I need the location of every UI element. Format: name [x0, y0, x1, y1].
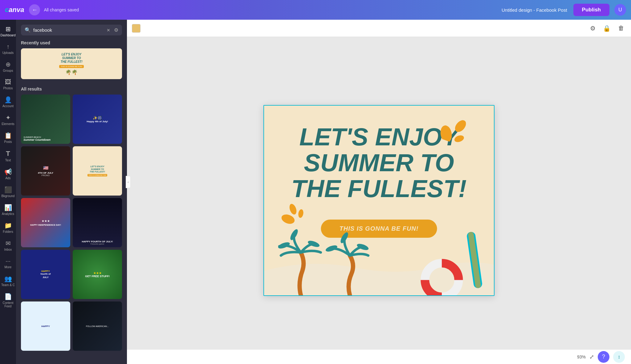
more-label: More	[5, 265, 12, 269]
template-card-4july[interactable]: ✨🎆 Happy 4th of July!	[73, 95, 122, 144]
sidebar-item-analytics[interactable]: 📊 Analytics	[0, 201, 16, 219]
all-results-label: All results	[16, 82, 127, 95]
headline-line3: THE FULLEST!	[274, 176, 484, 202]
canvas-decorations	[264, 228, 494, 295]
svg-point-9	[325, 244, 338, 253]
back-button[interactable]: ←	[29, 4, 40, 15]
template-summer2-sub: THIS IS GONNA BE FUN!	[88, 174, 107, 176]
color-swatch[interactable]	[132, 24, 140, 33]
canvas-content: LET'S ENJOY SUMMER TO THE FULLEST! THIS …	[127, 37, 631, 364]
svg-point-0	[439, 124, 453, 143]
filter-toolbar-icon[interactable]: ⚙	[588, 23, 597, 34]
sidebar-item-folders[interactable]: 📁 Folders	[0, 219, 16, 237]
sidebar-item-content[interactable]: 📄 Content Feed	[0, 290, 16, 311]
template-card-summer1[interactable]: LET'S ENJOYSUMMER TOTHE FULLEST! THIS IS…	[21, 48, 122, 79]
elements-icon: ✦	[6, 114, 11, 121]
expand-icon[interactable]: ⤢	[589, 354, 594, 360]
svg-point-8	[307, 240, 320, 249]
svg-point-6	[277, 241, 291, 250]
trash-toolbar-icon[interactable]: 🗑	[616, 23, 626, 34]
photos-label: Photos	[3, 87, 13, 90]
template-summer2-headline: LET'S ENJOYSUMMER TOTHE FULLEST!	[90, 165, 105, 173]
sidebar-item-ads[interactable]: 📢 Ads	[0, 165, 16, 183]
sidebar-item-elements[interactable]: ✦ Elements	[0, 111, 16, 129]
sidebar-item-uploads[interactable]: ↑ Uploads	[0, 40, 16, 58]
sidebar-item-groups[interactable]: ⊕ Groups	[0, 58, 16, 75]
text-icon: T	[6, 150, 10, 158]
ads-label: Ads	[5, 176, 10, 180]
left-nav: ⊞ Dashboard ↑ Uploads ⊕ Groups 🖼 Photos …	[0, 20, 16, 364]
canvas-area: ⚙ 🔒 🗑 LET'S ENJOY SUMMER TO THE FULLEST!…	[127, 20, 631, 364]
template-4july-sparks: ✨🎆	[93, 116, 102, 120]
svg-point-3	[280, 213, 296, 225]
analytics-label: Analytics	[2, 212, 14, 216]
inbox-label: Inbox	[4, 248, 12, 251]
text-label: Text	[5, 159, 11, 162]
ads-icon: 📢	[4, 168, 12, 176]
sidebar-item-team[interactable]: 👥 Team & C	[0, 272, 16, 290]
recently-used-section: LET'S ENJOYSUMMER TOTHE FULLEST! THIS IS…	[16, 48, 127, 82]
sidebar-item-posts[interactable]: 📋 Posts	[0, 129, 16, 147]
publish-button[interactable]: Publish	[573, 4, 609, 16]
team-icon: 👥	[4, 275, 12, 282]
template-card-promo[interactable]: 🇺🇸 4TH OF JULY PROMO	[21, 146, 70, 196]
template-getfree-title: GET FREE STUFF!	[85, 275, 110, 278]
design-title: Untitled design - Facebook Post	[502, 7, 567, 13]
sidebar-item-more[interactable]: ··· More	[0, 254, 16, 272]
folders-label: Folders	[3, 230, 13, 233]
posts-icon: 📋	[4, 132, 12, 139]
template-card-hapfourth[interactable]: HAPPY fourth ofJULY	[21, 250, 70, 299]
template-promo-title: 4TH OF JULY	[38, 172, 53, 174]
groups-icon: ⊕	[6, 61, 11, 68]
template-card-dark[interactable]: FOLLOW AMERICAN...	[73, 301, 122, 351]
avatar[interactable]: U	[614, 4, 626, 16]
zoom-level: 93%	[577, 354, 586, 359]
template-grid: SUMMER BEACH Summer Countdown ✨🎆 Happy 4…	[16, 95, 127, 351]
search-input-wrap[interactable]: 🔍 ✕ ⚙	[21, 25, 122, 35]
headline-line2: SUMMER TO	[274, 150, 484, 176]
scroll-button[interactable]: ↕	[613, 351, 625, 363]
sidebar-item-photos[interactable]: 🖼 Photos	[0, 75, 16, 93]
design-canvas[interactable]: LET'S ENJOY SUMMER TO THE FULLEST! THIS …	[263, 105, 495, 296]
template-card-getfree[interactable]: ★★★ GET FREE STUFF!	[73, 250, 122, 299]
template-card-happy2[interactable]: HAPPY	[21, 301, 70, 351]
groups-label: Groups	[3, 69, 13, 72]
account-label: Account	[2, 104, 14, 108]
account-icon: 👤	[4, 96, 12, 103]
canva-logo: canva	[5, 6, 24, 14]
canvas-toolbar: ⚙ 🔒 🗑	[127, 20, 631, 37]
sidebar-item-inbox[interactable]: ✉ Inbox	[0, 237, 16, 254]
template-countdown-text: SUMMER BEACH	[23, 136, 68, 138]
template-fireworks-sub: Fireworks galore	[91, 243, 104, 245]
content-label: Content Feed	[1, 301, 15, 308]
templates-label: Dashboard	[1, 34, 16, 37]
template-card-independence[interactable]: ★★★ HAPPY INDEPENDENCE DAY!	[21, 198, 70, 247]
sidebar-item-account[interactable]: 👤 Account	[0, 93, 16, 111]
svg-point-5	[298, 209, 304, 218]
template-independence-stars: ★★★	[42, 219, 50, 223]
lock-toolbar-icon[interactable]: 🔒	[601, 23, 613, 34]
recently-used-label: Recently used	[16, 35, 127, 48]
filter-icon[interactable]: ⚙	[114, 27, 118, 33]
saved-status: All changes saved	[44, 7, 502, 12]
sidebar-item-text[interactable]: T Text	[0, 147, 16, 165]
content-icon: 📄	[4, 293, 12, 300]
bottom-bar: 93% ⤢ ? ↕	[127, 349, 631, 364]
help-button[interactable]: ?	[598, 351, 609, 363]
template-card-countdown[interactable]: SUMMER BEACH Summer Countdown	[21, 95, 70, 144]
search-icon: 🔍	[25, 27, 31, 33]
sidebar-item-templates[interactable]: ⊞ Dashboard	[0, 22, 16, 40]
template-promo-sub: PROMO	[42, 174, 50, 176]
clear-icon[interactable]: ✕	[107, 28, 110, 33]
sidebar-item-background[interactable]: ⬛ Bkground	[0, 183, 16, 201]
search-bar: 🔍 ✕ ⚙	[16, 20, 127, 35]
hide-panel-button[interactable]: ‹	[126, 176, 131, 188]
templates-icon: ⊞	[6, 25, 11, 33]
topbar: canva ← All changes saved Untitled desig…	[0, 0, 631, 20]
template-card-summer2[interactable]: LET'S ENJOYSUMMER TOTHE FULLEST! THIS IS…	[73, 146, 122, 196]
svg-point-11	[356, 243, 369, 252]
template-happy2-title: HAPPY	[41, 325, 50, 328]
more-icon: ···	[6, 257, 11, 265]
template-card-fireworks[interactable]: HAPPY FOURTH OF JULY! Fireworks galore	[73, 198, 122, 247]
search-input[interactable]	[33, 27, 104, 33]
